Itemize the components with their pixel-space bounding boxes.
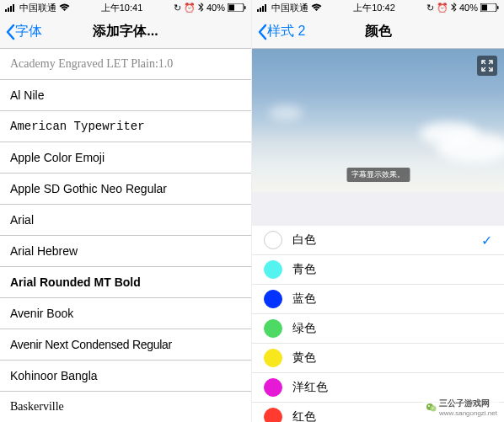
alarm-icon: ⏰ [437, 3, 448, 13]
watermark-text: 三公子游戏网 [439, 398, 497, 409]
fullscreen-icon [481, 60, 493, 72]
bluetooth-icon [198, 3, 204, 13]
signal-icon [257, 3, 269, 12]
svg-rect-5 [229, 5, 235, 11]
font-item[interactable]: Avenir Next Condensed Regular [0, 329, 251, 361]
svg-rect-7 [257, 9, 259, 12]
font-item[interactable]: Kohinoor Bangla [0, 361, 251, 392]
font-item[interactable]: Arial [0, 205, 251, 236]
watermark: 三公子游戏网 www.sangongzi.net [423, 397, 500, 418]
nav-title-right: 颜色 [365, 23, 392, 40]
font-item[interactable]: Baskerville [0, 392, 251, 422]
color-swatch [264, 408, 282, 422]
nav-bar-right: 样式 2 颜色 [252, 15, 504, 49]
color-selection-panel: 中国联通 上午10:42 ↻ ⏰ 40% 样式 2 [252, 0, 504, 422]
watermark-url: www.sangongzi.net [439, 409, 497, 417]
battery-icon [480, 3, 499, 12]
color-swatch [264, 260, 282, 279]
nav-title-left: 添加字体... [93, 23, 158, 40]
color-item[interactable]: 白色✓ [252, 226, 504, 255]
checkmark-icon: ✓ [481, 232, 492, 248]
subtitle-preview-text: 字幕显示效果。 [346, 168, 410, 182]
back-label-right: 样式 2 [267, 23, 305, 40]
svg-rect-9 [262, 6, 264, 12]
chevron-left-icon [257, 24, 267, 40]
color-list: 白色✓青色蓝色绿色黄色洋红色红色 [252, 226, 504, 422]
color-label: 蓝色 [292, 291, 492, 307]
battery-percent: 40% [459, 3, 478, 13]
time-label: 上午10:42 [353, 2, 395, 14]
sync-icon: ↻ [426, 3, 434, 13]
bluetooth-icon [451, 3, 457, 13]
watermark-logo-icon [426, 402, 437, 414]
svg-rect-10 [265, 4, 266, 12]
color-swatch [264, 231, 282, 249]
svg-point-17 [432, 407, 434, 409]
color-swatch [264, 319, 282, 338]
svg-point-16 [428, 405, 430, 407]
font-list: Academy Engraved LET Plain:1.0Al NileAme… [0, 49, 251, 422]
color-label: 黄色 [292, 350, 492, 366]
color-label: 白色 [292, 232, 481, 248]
battery-percent: 40% [206, 3, 225, 13]
back-button-left[interactable]: 字体 [5, 23, 42, 40]
svg-rect-0 [5, 9, 7, 12]
back-button-right[interactable]: 样式 2 [257, 23, 305, 40]
wifi-icon [59, 3, 70, 12]
font-item[interactable]: Avenir Book [0, 298, 251, 329]
font-item[interactable]: American Typewriter [0, 111, 251, 142]
color-swatch [264, 349, 282, 367]
status-bar-right: 中国联通 上午10:42 ↻ ⏰ 40% [252, 0, 504, 15]
time-label: 上午10:41 [101, 2, 143, 14]
svg-rect-2 [10, 6, 12, 12]
nav-bar-left: 字体 添加字体... [0, 15, 251, 49]
chevron-left-icon [5, 24, 15, 40]
color-item[interactable]: 蓝色 [252, 285, 504, 314]
back-label-left: 字体 [15, 23, 42, 40]
color-item[interactable]: 黄色 [252, 344, 504, 373]
signal-icon [5, 3, 17, 12]
wifi-icon [311, 3, 322, 12]
svg-rect-13 [497, 6, 499, 9]
svg-rect-8 [260, 8, 261, 12]
color-item[interactable]: 绿色 [252, 314, 504, 344]
color-label: 绿色 [292, 321, 492, 336]
color-swatch [264, 290, 282, 308]
svg-rect-12 [482, 5, 488, 11]
font-item[interactable]: Apple SD Gothic Neo Regular [0, 174, 251, 205]
carrier-label: 中国联通 [19, 2, 56, 14]
font-item[interactable]: Academy Engraved LET Plain:1.0 [0, 49, 251, 80]
carrier-label: 中国联通 [271, 2, 308, 14]
svg-rect-3 [13, 4, 14, 12]
section-spacer [252, 192, 504, 226]
color-label: 青色 [292, 262, 492, 277]
color-label: 洋红色 [292, 380, 492, 395]
font-item[interactable]: Apple Color Emoji [0, 142, 251, 174]
font-item[interactable]: Arial Hebrew [0, 236, 251, 267]
status-bar-left: 中国联通 上午10:41 ↻ ⏰ 40% [0, 0, 251, 15]
alarm-icon: ⏰ [184, 3, 196, 13]
font-selection-panel: 中国联通 上午10:41 ↻ ⏰ 40% 字体 [0, 0, 252, 422]
subtitle-preview: 字幕显示效果。 [252, 49, 504, 192]
svg-rect-1 [8, 8, 9, 12]
battery-icon [228, 3, 246, 12]
font-item[interactable]: Al Nile [0, 80, 251, 111]
fullscreen-button[interactable] [477, 56, 497, 76]
sync-icon: ↻ [174, 3, 181, 13]
color-swatch [264, 378, 282, 397]
svg-rect-6 [244, 6, 246, 9]
font-item[interactable]: Arial Rounded MT Bold [0, 267, 251, 298]
color-item[interactable]: 青色 [252, 255, 504, 285]
